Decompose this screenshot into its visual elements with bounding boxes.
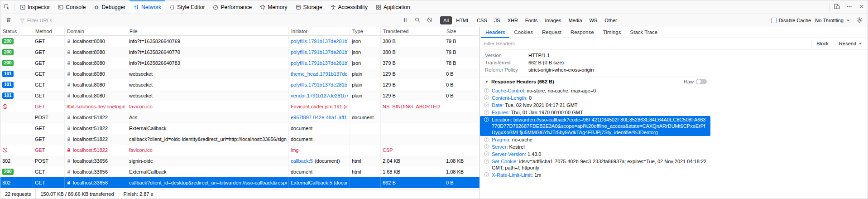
response-header-row[interactable]: ?Set-Cookie: idsrv=adf6cba1-7075-402b-9e…: [480, 158, 710, 171]
filter-pill-media[interactable]: Media: [565, 16, 585, 24]
response-header-row[interactable]: ?Server-Version: 1.43.0: [480, 150, 710, 158]
response-header-row[interactable]: ?X-Rate-Limit-Limit: 1m: [480, 171, 710, 179]
tab-inspector[interactable]: Inspector: [16, 0, 54, 14]
header-value: Thu, 01 Jan 1970 00:00:00 GMT: [511, 110, 583, 115]
question-icon[interactable]: ?: [484, 117, 489, 122]
question-icon[interactable]: ?: [484, 151, 489, 156]
column-header-domain[interactable]: Domain: [65, 27, 127, 35]
request-row[interactable]: 200GETlocalhost:8080info?t=1635826640783…: [0, 58, 480, 68]
search-button[interactable]: [412, 17, 424, 24]
initiator-link[interactable]: polyfills.1791b137de281b787…: [291, 60, 348, 66]
initiator-link[interactable]: polyfills.1791b137de281b787…: [291, 39, 348, 44]
request-row[interactable]: GET8bit-solutions-dev.onelogin…favicon.i…: [0, 101, 480, 112]
request-row[interactable]: GETlocalhost:51822favicon.icoimgCSP: [0, 145, 480, 155]
throttling-dropdown[interactable]: No Throttling: [815, 18, 850, 23]
column-header-status[interactable]: Status: [0, 27, 33, 35]
tab-style-editor[interactable]: Style Editor: [165, 0, 209, 14]
devtools-close-button[interactable]: [855, 0, 868, 14]
question-icon[interactable]: ?: [484, 159, 489, 164]
column-header-file[interactable]: File: [127, 27, 289, 35]
tab-network[interactable]: Network: [129, 0, 165, 14]
request-row[interactable]: 200GETlocalhost:33656ExternalCallbackdoc…: [0, 166, 480, 177]
question-icon[interactable]: ?: [484, 110, 489, 115]
tab-console[interactable]: Console: [54, 0, 90, 14]
tab-storage[interactable]: Storage: [292, 0, 326, 14]
raw-toggle[interactable]: [696, 79, 707, 84]
initiator-link[interactable]: polyfills.1791b137de281b787…: [291, 49, 348, 55]
response-header-row[interactable]: ?Content-Length: 0: [480, 94, 710, 102]
question-icon[interactable]: ?: [484, 172, 489, 177]
question-icon[interactable]: ?: [484, 137, 489, 142]
details-tab-headers[interactable]: Headers: [481, 27, 509, 38]
initiator-link[interactable]: e957f897-042e-4ba1-aff1-…: [291, 115, 348, 120]
search-icon: [415, 17, 420, 24]
request-row[interactable]: GETlocalhost:51822ExternalCallbackdocume…: [0, 123, 480, 134]
request-blocking-button[interactable]: [424, 17, 436, 24]
filter-pill-images[interactable]: Images: [542, 16, 564, 24]
column-header-type[interactable]: Type: [350, 27, 381, 35]
request-row[interactable]: 101GETlocalhost:8080websockettheme_head.…: [0, 68, 480, 79]
request-row[interactable]: 200GETlocalhost:8080info?t=1635826640769…: [0, 36, 480, 47]
request-row[interactable]: 200GETlocalhost:8080info?t=1635826640770…: [0, 47, 480, 58]
details-tab-request[interactable]: Request: [537, 27, 566, 38]
details-tab-cookies[interactable]: Cookies: [509, 27, 537, 38]
clear-requests-button[interactable]: [2, 17, 14, 24]
filter-pill-js[interactable]: JS: [491, 16, 504, 24]
filter-pill-all[interactable]: All: [440, 16, 452, 24]
column-header-initiator[interactable]: Initiator: [289, 27, 350, 35]
request-row[interactable]: GETlocalhost:51822callback?client_id=oid…: [0, 134, 480, 145]
tab-application[interactable]: Application: [372, 0, 414, 14]
response-header-row[interactable]: ?Location: bitwarden://sso-callback?code…: [480, 116, 710, 136]
filter-headers-input[interactable]: [484, 41, 808, 46]
tab-debugger[interactable]: Debugger: [90, 0, 129, 14]
details-tab-timings[interactable]: Timings: [599, 27, 626, 38]
response-headers-section-header[interactable]: ▼ Response Headers (662 B) Raw: [480, 77, 710, 86]
initiator-link[interactable]: callback:5: [291, 158, 313, 164]
filter-pill-css[interactable]: CSS: [474, 16, 490, 24]
response-header-row[interactable]: ?Pragma: no-cache: [480, 136, 710, 143]
tab-performance[interactable]: Performance: [209, 0, 256, 14]
question-icon[interactable]: ?: [484, 102, 489, 107]
question-icon[interactable]: ?: [484, 95, 489, 100]
request-row[interactable]: 302GETlocalhost:33656callback?client_id=…: [0, 177, 480, 188]
resend-button[interactable]: Resend: [837, 41, 864, 46]
initiator-link[interactable]: vendor.1791b137de281b787…: [291, 93, 348, 98]
network-settings-button[interactable]: [854, 17, 866, 24]
details-tab-stack-trace[interactable]: Stack Trace: [626, 27, 662, 38]
column-header-transferred[interactable]: Transferred: [381, 27, 444, 35]
disable-cache-checkbox[interactable]: Disable Cache: [771, 18, 811, 23]
tab-label: Performance: [221, 4, 252, 10]
column-header-method[interactable]: Method: [33, 27, 65, 35]
block-request-button[interactable]: Block: [815, 41, 830, 46]
filter-pill-html[interactable]: HTML: [453, 16, 473, 24]
initiator-link[interactable]: theme_head.1791b137de281…: [291, 71, 348, 77]
details-tab-response[interactable]: Response: [566, 27, 599, 38]
initiator-link[interactable]: FaviconLoader.jsm:191 (img): [291, 104, 348, 109]
filter-pill-ws[interactable]: WS: [586, 16, 600, 24]
request-row[interactable]: 101GETlocalhost:8080websocketvendor.1791…: [0, 90, 480, 101]
tab-memory[interactable]: Memory: [256, 0, 291, 14]
response-header-row[interactable]: ?Cache-Control: no-store, no-cache, max-…: [480, 87, 710, 94]
tab-accessibility[interactable]: Accessibility: [326, 0, 372, 14]
question-icon[interactable]: ?: [484, 88, 489, 93]
pause-recording-button[interactable]: [399, 17, 412, 24]
responsive-mode-button[interactable]: [831, 0, 843, 14]
filter-pill-fonts[interactable]: Fonts: [522, 16, 541, 24]
cell-size: 0 B: [444, 68, 480, 79]
filter-urls-input[interactable]: [27, 18, 399, 23]
devtools-menu-button[interactable]: [843, 0, 855, 14]
initiator-link[interactable]: polyfills.1791b137de281b787…: [291, 82, 348, 87]
request-row[interactable]: 302POSTlocalhost:33656signin-oidccallbac…: [0, 155, 480, 166]
filter-pill-xhr[interactable]: XHR: [504, 16, 521, 24]
column-header-size[interactable]: Size: [444, 27, 480, 35]
node-picker-button[interactable]: [0, 0, 13, 14]
trash-icon: [6, 17, 11, 24]
initiator-link[interactable]: ExternalCallback:5 (docume…: [291, 180, 348, 185]
filter-pill-other[interactable]: Other: [601, 16, 620, 24]
response-header-row[interactable]: ?Server: Kestrel: [480, 143, 710, 150]
request-row[interactable]: 101GETlocalhost:8080websocketpolyfills.1…: [0, 79, 480, 90]
response-header-row[interactable]: ?Date: Tue, 02 Nov 2021 04:17:21 GMT: [480, 102, 710, 109]
request-row[interactable]: POSTlocalhost:51822Acse957f897-042e-4ba1…: [0, 112, 480, 123]
response-header-row[interactable]: ?Expires: Thu, 01 Jan 1970 00:00:00 GMT: [480, 109, 710, 116]
question-icon[interactable]: ?: [484, 144, 489, 149]
